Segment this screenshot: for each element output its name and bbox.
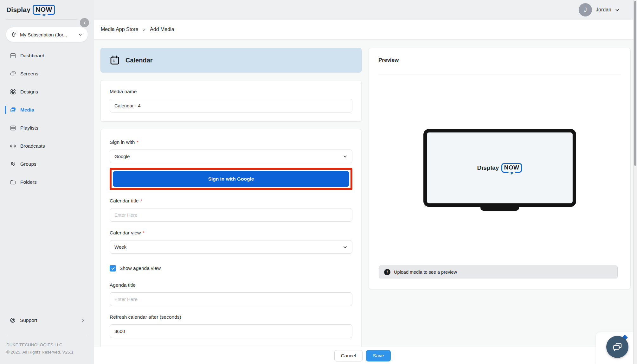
show-agenda-view-label: Show agenda view <box>119 265 161 271</box>
displaynow-logo: Display NOW <box>477 163 522 173</box>
chat-bubbles-icon <box>612 342 623 352</box>
sidebar-item-folders[interactable]: Folders <box>0 173 94 191</box>
chevron-down-icon <box>614 7 620 13</box>
required-marker: * <box>143 230 144 235</box>
sidebar-item-designs[interactable]: Designs <box>0 83 94 101</box>
logo-now-badge: NOW <box>33 5 55 15</box>
required-marker: * <box>140 198 142 203</box>
logo-display-text: Display <box>477 164 499 171</box>
topbar: J Jordan <box>94 0 637 20</box>
wifi-icon <box>508 172 515 175</box>
preview-title: Preview <box>378 56 621 64</box>
broadcasts-icon <box>10 143 16 149</box>
preview-card: Preview Display NOW <box>369 48 631 289</box>
calendar-view-label: Calendar view* <box>110 230 352 236</box>
scrollbar-thumb[interactable] <box>634 1 636 166</box>
calendar-view-select[interactable]: Week <box>110 240 352 254</box>
refresh-calendar-label: Refresh calendar after (seconds) <box>110 314 352 320</box>
chevron-down-icon <box>78 32 83 37</box>
logo-display-text: Display <box>6 6 30 14</box>
calendar-title-input[interactable] <box>110 208 352 222</box>
breadcrumb-separator: > <box>143 27 145 32</box>
company-name: DUKE TECHNOLOGIES LLC <box>6 342 87 348</box>
sidebar-item-media[interactable]: Media <box>0 101 94 119</box>
main-area: J Jordan Media App Store > Add Media Cal… <box>94 0 637 364</box>
user-name: Jordan <box>596 7 611 13</box>
agenda-title-input[interactable] <box>110 292 352 306</box>
show-agenda-view-checkbox-row[interactable]: Show agenda view <box>110 265 352 271</box>
subscription-icon <box>10 31 17 38</box>
breadcrumb-media-app-store[interactable]: Media App Store <box>101 27 138 32</box>
logo-now-text: NOW <box>35 6 52 13</box>
media-icon <box>10 107 16 113</box>
brand-logo[interactable]: Display NOW <box>0 0 94 15</box>
designs-icon <box>10 89 16 95</box>
preview-divider <box>378 74 621 74</box>
calendar-title-label: Calendar title* <box>110 198 352 204</box>
alert-icon: ! <box>384 269 390 275</box>
sidebar-item-support[interactable]: Support <box>0 313 94 327</box>
sidebar-collapse-button[interactable] <box>80 18 89 27</box>
content: Calendar Media name Sign in with* Google <box>94 40 637 364</box>
sign-in-with-select[interactable]: Google <box>110 150 352 163</box>
sidebar-item-label: Folders <box>20 179 37 185</box>
media-name-input[interactable] <box>110 99 352 112</box>
checkbox-checked-icon[interactable] <box>110 265 116 271</box>
logo-now-badge: NOW <box>501 163 522 173</box>
sign-in-with-google-button[interactable]: Sign in with Google <box>113 171 349 187</box>
media-name-card: Media name <box>100 80 362 122</box>
sidebar-item-label: Playlists <box>20 125 38 131</box>
action-footer: Cancel Save <box>94 347 637 364</box>
sidebar-item-screens[interactable]: Screens <box>0 65 94 83</box>
upload-notice-text: Upload media to see a preview <box>394 270 457 275</box>
sidebar-item-label: Broadcasts <box>20 143 45 149</box>
support-icon <box>10 317 16 323</box>
sidebar-footer: DUKE TECHNOLOGIES LLC © 2025. All Rights… <box>0 335 94 364</box>
sidebar-item-broadcasts[interactable]: Broadcasts <box>0 137 94 155</box>
media-name-label: Media name <box>110 89 352 94</box>
chevron-down-icon <box>343 245 348 250</box>
displaynow-logo: Display NOW <box>6 5 55 15</box>
breadcrumb: Media App Store > Add Media <box>94 20 637 40</box>
app-window: Display NOW My Subscription (Jor... Dash… <box>0 0 637 364</box>
chevron-left-icon <box>82 21 87 25</box>
sign-in-with-value: Google <box>114 154 130 159</box>
save-button[interactable]: Save <box>366 350 391 361</box>
screens-icon <box>10 71 16 77</box>
annotation-highlight-box: Sign in with Google <box>110 168 352 190</box>
logo-now-text: NOW <box>504 164 519 171</box>
sidebar-item-label: Designs <box>20 89 38 95</box>
monitor-stand <box>480 207 519 211</box>
active-indicator <box>5 106 6 114</box>
form-column: Calendar Media name Sign in with* Google <box>100 48 362 351</box>
dashboard-icon <box>10 53 16 59</box>
user-menu[interactable]: J Jordan <box>579 0 620 20</box>
agenda-title-label: Agenda title <box>110 282 352 288</box>
chat-button[interactable] <box>606 336 628 358</box>
cancel-button[interactable]: Cancel <box>334 350 363 361</box>
sidebar-item-label: Groups <box>20 161 36 167</box>
groups-icon <box>10 161 16 167</box>
avatar: J <box>579 3 592 16</box>
playlists-icon <box>10 125 16 131</box>
subscription-label: My Subscription (Jor... <box>20 32 78 37</box>
sidebar-item-groups[interactable]: Groups <box>0 155 94 173</box>
subscription-selector[interactable]: My Subscription (Jor... <box>6 27 88 42</box>
sidebar-item-playlists[interactable]: Playlists <box>0 119 94 137</box>
sign-in-with-label: Sign in with* <box>110 139 352 145</box>
copyright-text: © 2025. All Rights Reserved. V25.1 <box>6 349 87 356</box>
sidebar-item-label: Screens <box>20 71 38 77</box>
sidebar-bottom: Support DUKE TECHNOLOGIES LLC © 2025. Al… <box>0 313 94 364</box>
breadcrumb-add-media: Add Media <box>150 27 174 32</box>
refresh-calendar-input[interactable] <box>110 324 352 338</box>
wifi-icon <box>40 14 48 17</box>
preview-column: Preview Display NOW <box>369 48 631 289</box>
sidebar-item-label: Dashboard <box>20 53 44 59</box>
calendar-banner: Calendar <box>100 48 362 73</box>
calendar-view-value: Week <box>114 244 126 250</box>
sidebar-nav: Dashboard Screens Designs Media Playlist… <box>0 47 94 191</box>
chevron-right-icon <box>81 318 86 323</box>
sidebar-item-dashboard[interactable]: Dashboard <box>0 47 94 65</box>
required-marker: * <box>137 140 138 145</box>
upload-notice: ! Upload media to see a preview <box>379 265 618 278</box>
